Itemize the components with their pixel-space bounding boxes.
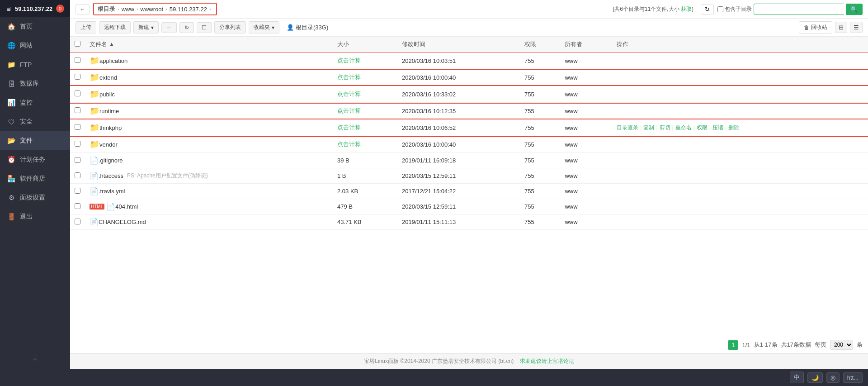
row-checkbox[interactable]: [75, 74, 80, 80]
recycle-bin-button[interactable]: 🗑 回收站: [799, 21, 832, 33]
file-perm: 755: [520, 86, 561, 103]
file-name[interactable]: thinkphp: [99, 124, 122, 131]
back-button[interactable]: ←: [75, 4, 90, 14]
file-perm: 755: [520, 69, 561, 86]
circle-btn[interactable]: ◎: [826, 372, 840, 383]
list-view-button[interactable]: ☰: [850, 22, 863, 33]
breadcrumb-root[interactable]: 根目录: [98, 5, 115, 13]
row-actions: 目录查杀|复制|剪切|重命名|权限|压缩|删除: [612, 119, 868, 136]
sidebar-item-database[interactable]: 🗄 数据库: [0, 74, 70, 93]
sidebar-label-home: 首页: [20, 23, 33, 31]
sidebar-item-ftp[interactable]: 📁 FTP: [0, 55, 70, 74]
file-name[interactable]: .gitignore: [99, 157, 123, 164]
action-权限[interactable]: 权限: [697, 124, 708, 132]
file-icon: 📄: [90, 172, 99, 180]
file-size: 43.71 KB: [333, 214, 397, 230]
size-calculate-link[interactable]: 点击计算: [337, 74, 361, 81]
sidebar-item-files[interactable]: 📂 文件: [0, 131, 70, 150]
sidebar-label-store: 软件商店: [20, 175, 45, 183]
action-删除[interactable]: 删除: [728, 124, 739, 132]
new-button[interactable]: 新建 ▾: [133, 21, 159, 33]
col-checkbox[interactable]: [70, 37, 85, 52]
file-name[interactable]: .htaccess: [99, 172, 123, 179]
sidebar-item-monitor[interactable]: 📊 监控: [0, 93, 70, 112]
sidebar-item-cron[interactable]: ⏰ 计划任务: [0, 150, 70, 169]
forum-link[interactable]: 求助建议请上宝塔论坛: [520, 358, 574, 364]
lang-btn[interactable]: 中: [790, 372, 804, 383]
sidebar-item-store[interactable]: 🏪 软件商店: [0, 169, 70, 188]
col-mtime: 修改时间: [397, 37, 520, 52]
include-subdirs-checkbox[interactable]: [717, 6, 723, 12]
file-mtime: 2020/03/16 10:00:40: [397, 69, 520, 86]
breadcrumb-ip[interactable]: 59.110.237.22: [170, 6, 207, 13]
select-all-checkbox[interactable]: [75, 41, 80, 47]
file-perm: 755: [520, 199, 561, 214]
col-owner: 所有者: [560, 37, 612, 52]
pagination-bar: 1 1/1 从1-17条 共17条数据 每页 200 100 50 条: [70, 336, 868, 353]
refresh-button[interactable]: ↻: [701, 4, 714, 14]
per-page-select[interactable]: 200 100 50: [830, 340, 853, 350]
file-name[interactable]: vendor: [99, 141, 118, 148]
size-calculate-link[interactable]: 点击计算: [337, 141, 361, 148]
page-number-button[interactable]: 1: [728, 340, 738, 350]
bottom-bar: 中 🌙 ◎ htt...: [0, 369, 868, 386]
file-perm: 755: [520, 184, 561, 199]
row-checkbox[interactable]: [75, 141, 80, 147]
row-checkbox[interactable]: [75, 172, 80, 178]
file-mtime: 2019/01/11 15:11:13: [397, 214, 520, 230]
row-checkbox[interactable]: [75, 188, 80, 194]
sidebar-item-settings[interactable]: ⚙ 面板设置: [0, 188, 70, 207]
file-size: 2.03 KB: [333, 184, 397, 199]
row-checkbox[interactable]: [75, 219, 80, 224]
file-name[interactable]: 404.html: [115, 203, 138, 210]
file-name[interactable]: public: [99, 91, 115, 98]
toolbar-back-button[interactable]: ←: [161, 22, 177, 33]
search-input[interactable]: [754, 4, 844, 14]
sidebar-item-website[interactable]: 🌐 网站: [0, 36, 70, 55]
row-checkbox[interactable]: [75, 91, 80, 96]
get-size-link[interactable]: 获取: [681, 6, 692, 12]
notification-badge: 0: [56, 5, 64, 13]
theme-btn[interactable]: 🌙: [807, 372, 823, 383]
row-actions: 目录查杀|复制|剪切|重命名|权限|压缩|删除: [612, 153, 868, 168]
sidebar-item-security[interactable]: 🛡 安全: [0, 112, 70, 131]
row-checkbox[interactable]: [75, 124, 80, 130]
file-name[interactable]: extend: [99, 74, 117, 81]
terminal-button[interactable]: ☐: [197, 22, 212, 33]
sidebar-item-logout[interactable]: 🚪 退出: [0, 207, 70, 226]
action-剪切[interactable]: 剪切: [660, 124, 670, 132]
include-subdirs-label[interactable]: 包含子目录: [717, 5, 752, 13]
row-checkbox[interactable]: [75, 57, 80, 63]
breadcrumb-www[interactable]: www: [122, 6, 134, 13]
user-icon: 👤: [287, 24, 294, 31]
action-重命名[interactable]: 重命名: [675, 124, 692, 132]
favorites-button[interactable]: 收藏夹 ▾: [249, 21, 279, 33]
folder-icon: 📁: [90, 123, 99, 133]
http-btn[interactable]: htt...: [843, 372, 863, 383]
remote-download-button[interactable]: 远程下载: [99, 21, 131, 33]
action-目录查杀[interactable]: 目录查杀: [617, 124, 638, 132]
file-name[interactable]: .travis.yml: [99, 188, 125, 195]
page-total: 1/1: [742, 342, 750, 348]
sidebar-add-button[interactable]: +: [0, 350, 70, 369]
breadcrumb-sep-3: ›: [165, 6, 167, 12]
upload-button[interactable]: 上传: [75, 21, 96, 33]
sidebar-item-home[interactable]: 🏠 首页: [0, 17, 70, 36]
row-checkbox[interactable]: [75, 107, 80, 113]
toolbar-refresh-button[interactable]: ↻: [179, 22, 194, 33]
row-checkbox[interactable]: [75, 203, 80, 209]
size-calculate-link[interactable]: 点击计算: [337, 57, 361, 64]
grid-view-button[interactable]: ⊞: [835, 22, 847, 33]
file-name[interactable]: runtime: [99, 108, 119, 114]
file-name[interactable]: application: [99, 57, 127, 64]
size-calculate-link[interactable]: 点击计算: [337, 124, 361, 131]
file-name[interactable]: CHANGELOG.md: [99, 219, 146, 225]
breadcrumb-wwwroot[interactable]: wwwroot: [141, 6, 164, 13]
search-button[interactable]: 🔍: [846, 4, 863, 15]
size-calculate-link[interactable]: 点击计算: [337, 91, 361, 97]
size-calculate-link[interactable]: 点击计算: [337, 107, 361, 114]
action-压缩[interactable]: 压缩: [712, 124, 723, 132]
action-复制[interactable]: 复制: [643, 124, 654, 132]
share-list-button[interactable]: 分享列表: [214, 21, 246, 33]
row-checkbox[interactable]: [75, 157, 80, 163]
